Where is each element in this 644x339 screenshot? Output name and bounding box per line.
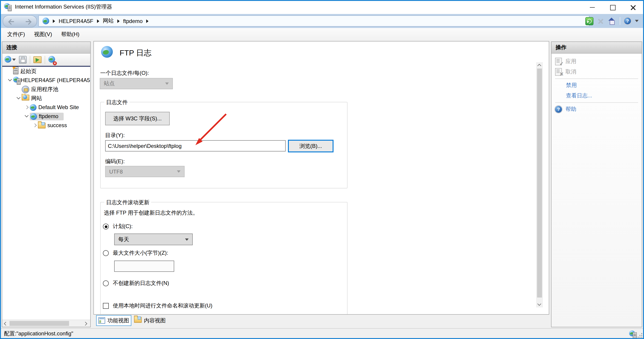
tree-item-app-pools[interactable]: 应用程序池 <box>2 85 90 94</box>
ftp-logging-panel: FTP 日志 一个日志文件/每(O): 站点 日志文件 选择 W3C 字段(S)… <box>94 41 549 315</box>
chevron-placeholder <box>7 68 13 74</box>
divider <box>620 17 620 25</box>
breadcrumb-separator-icon <box>53 19 55 23</box>
menu-file[interactable]: 文件(F) <box>3 28 30 40</box>
help-button[interactable]: ? <box>624 17 631 24</box>
back-button[interactable] <box>8 18 15 24</box>
delete-x-icon: × <box>53 61 57 65</box>
close-icon <box>630 5 636 10</box>
chevron-right-icon[interactable] <box>24 104 30 110</box>
app-pools-icon <box>22 85 29 93</box>
help-dropdown-caret[interactable] <box>635 20 638 22</box>
rollover-group: 日志文件滚动更新 <box>100 202 348 315</box>
scroll-up-arrow[interactable] <box>537 63 542 68</box>
tab-content-view[interactable]: 内容视图 <box>133 315 166 326</box>
features-view-icon <box>98 317 105 324</box>
scrollbar-thumb[interactable] <box>10 321 69 326</box>
tree-item-sites[interactable]: 网站 <box>2 94 90 103</box>
scrollbar-thumb[interactable] <box>537 68 542 298</box>
directory-input[interactable] <box>105 140 286 151</box>
selected-highlight: ftpdemo <box>30 112 64 120</box>
delete-connection-button[interactable]: × <box>48 56 55 64</box>
feature-globe-icon <box>101 46 113 58</box>
connect-dropdown-caret <box>12 59 16 61</box>
max-size-input[interactable] <box>114 261 174 272</box>
save-connections-button[interactable] <box>19 56 27 63</box>
toolbar-separator <box>30 56 30 64</box>
apply-icon: ✓ <box>555 58 562 65</box>
connections-panel: 连接 × 起始页 <box>2 41 91 327</box>
cancel-button[interactable]: ✕ 取消 <box>552 67 642 77</box>
maximize-button[interactable] <box>602 1 623 14</box>
scroll-left-arrow[interactable] <box>3 322 8 326</box>
schedule-radio-row[interactable]: 计划(C): <box>103 223 133 230</box>
horizontal-scrollbar[interactable] <box>2 320 90 327</box>
schedule-radio[interactable] <box>103 224 109 230</box>
navigation-pill <box>3 15 37 27</box>
no-new-log-label: 不创建新的日志文件(N) <box>113 280 169 287</box>
breadcrumb-site[interactable]: ftpdemo <box>123 18 142 24</box>
menu-view[interactable]: 视图(V) <box>30 28 57 40</box>
breadcrumb-server[interactable]: HELPER4A5F <box>59 18 93 24</box>
stop-button[interactable] <box>598 18 604 24</box>
rollover-group-title: 日志文件滚动更新 <box>104 199 151 206</box>
tree-item-success[interactable]: success <box>2 121 90 130</box>
refresh-button[interactable] <box>585 17 594 25</box>
up-level-button[interactable] <box>34 56 42 63</box>
minimize-button[interactable] <box>582 1 602 14</box>
maximize-icon <box>610 5 615 10</box>
resize-grip[interactable] <box>637 333 642 338</box>
one-log-per-select[interactable]: 站点 <box>100 78 173 89</box>
schedule-select[interactable]: 每天 <box>114 234 193 245</box>
local-time-checkbox[interactable] <box>103 303 109 309</box>
chevron-down-icon[interactable] <box>24 113 30 119</box>
tree-item-default-web-site[interactable]: Default Web Site <box>2 103 90 112</box>
tree-item-server[interactable]: HELPER4A5F (HELPER4A5F\ <box>2 76 90 85</box>
page-title: FTP 日志 <box>120 48 152 58</box>
no-new-log-radio-row[interactable]: 不创建新的日志文件(N) <box>103 280 169 287</box>
content-view-icon <box>134 317 142 323</box>
chevron-down-icon[interactable] <box>15 95 22 101</box>
chevron-right-icon[interactable] <box>32 122 38 128</box>
max-size-radio[interactable] <box>103 250 109 256</box>
apply-button[interactable]: ✓ 应用 <box>552 56 642 67</box>
encoding-label: 编码(E): <box>105 158 125 165</box>
forward-button[interactable] <box>24 18 32 24</box>
chevron-down-icon[interactable] <box>7 77 13 83</box>
encoding-select[interactable]: UTF8 <box>105 166 184 177</box>
iis-app-icon <box>4 3 10 10</box>
local-time-checkbox-row[interactable]: 使用本地时间进行文件命名和滚动更新(U) <box>103 302 212 310</box>
tree-item-ftpdemo[interactable]: ftpdemo <box>2 112 90 121</box>
select-w3c-fields-button[interactable]: 选择 W3C 字段(S)... <box>105 112 170 125</box>
view-logs-link[interactable]: 查看日志... <box>552 91 642 101</box>
browse-button[interactable]: 浏览(B)... <box>288 140 334 152</box>
home-button[interactable] <box>608 17 616 24</box>
iis-manager-window: Internet Information Services (IIS)管理器 H… <box>0 0 644 339</box>
folder-icon <box>38 122 46 128</box>
site-globe-icon <box>30 113 37 120</box>
connections-tree: 起始页 HELPER4A5F (HELPER4A5F\ 应用程序池 网站 <box>2 67 90 320</box>
create-connection-button[interactable] <box>4 56 16 64</box>
chevron-down-icon <box>177 170 180 173</box>
disable-link[interactable]: 禁用 <box>552 80 642 91</box>
address-bar: HELPER4A5F 网站 ftpdemo ? <box>0 14 644 28</box>
breadcrumb-sites[interactable]: 网站 <box>103 17 114 25</box>
connections-header: 连接 <box>2 42 90 54</box>
vertical-scrollbar[interactable] <box>536 62 543 308</box>
chevron-placeholder <box>15 86 22 92</box>
menu-help[interactable]: 帮助(H) <box>57 28 84 40</box>
close-button[interactable] <box>623 1 643 14</box>
actions-separator <box>555 78 638 79</box>
tab-features-view[interactable]: 功能视图 <box>96 315 131 326</box>
max-size-label: 最大文件大小(字节)(Z): <box>113 249 168 257</box>
chevron-down-icon <box>185 238 189 241</box>
rollover-description: 选择 FTP 用于创建新日志文件的方法。 <box>104 209 198 217</box>
tree-item-start-page[interactable]: 起始页 <box>2 67 90 76</box>
scroll-right-arrow[interactable] <box>84 322 88 326</box>
no-new-log-radio[interactable] <box>103 280 109 286</box>
max-size-radio-row[interactable]: 最大文件大小(字节)(Z): <box>103 249 168 257</box>
status-right <box>629 331 635 338</box>
scroll-down-arrow[interactable] <box>537 302 542 307</box>
help-link[interactable]: ? 帮助 <box>552 104 642 114</box>
actions-header: 操作 <box>552 42 642 54</box>
